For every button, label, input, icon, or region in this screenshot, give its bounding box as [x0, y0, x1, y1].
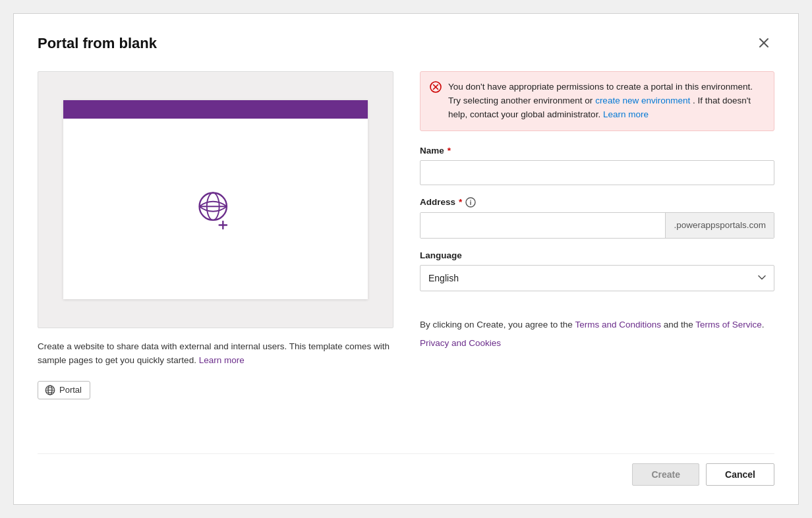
address-required-star: * — [459, 197, 462, 207]
description-text: Create a website to share data with exte… — [38, 340, 393, 368]
address-input[interactable] — [420, 213, 665, 238]
address-field-group: Address * .powerappsportals.com — [420, 197, 774, 239]
terms-service-link[interactable]: Terms of Service — [695, 320, 762, 330]
close-button[interactable] — [753, 35, 774, 53]
name-required-star: * — [448, 146, 451, 156]
terms-conditions-link[interactable]: Terms and Conditions — [575, 320, 661, 330]
name-field-group: Name * — [420, 146, 774, 185]
preview-box — [38, 71, 393, 328]
address-input-row: .powerappsportals.com — [420, 212, 774, 239]
tag-row: Portal — [38, 381, 393, 399]
tag-globe-icon — [45, 385, 55, 395]
address-label: Address * — [420, 197, 774, 208]
preview-globe — [63, 119, 368, 300]
error-text: You don't have appropriate permissions t… — [448, 80, 765, 122]
portal-from-blank-dialog: Portal from blank — [13, 13, 799, 505]
dialog-title: Portal from blank — [38, 35, 157, 52]
terms-text: By clicking on Create, you agree to the … — [420, 318, 774, 332]
dialog-header: Portal from blank — [38, 35, 774, 53]
error-icon — [430, 81, 442, 95]
dialog-footer: Create Cancel — [38, 453, 774, 486]
address-suffix: .powerappsportals.com — [665, 213, 774, 238]
language-label: Language — [420, 250, 774, 260]
cancel-button[interactable]: Cancel — [706, 463, 774, 486]
portal-tag: Portal — [38, 381, 90, 399]
preview-inner — [63, 100, 368, 300]
privacy-cookies-link[interactable]: Privacy and Cookies — [420, 338, 774, 348]
language-select-wrapper: English French German Spanish Japanese — [420, 265, 774, 291]
create-button[interactable]: Create — [632, 463, 699, 486]
dialog-body: Create a website to share data with exte… — [38, 71, 774, 432]
svg-point-15 — [470, 200, 471, 201]
right-panel: You don't have appropriate permissions t… — [420, 71, 774, 432]
globe-plus-icon — [194, 188, 237, 230]
portal-tag-label: Portal — [59, 385, 82, 395]
create-new-environment-link[interactable]: create new environment — [595, 96, 690, 105]
language-field-group: Language English French German Spanish J… — [420, 250, 774, 291]
preview-bar — [63, 100, 368, 119]
name-label: Name * — [420, 146, 774, 156]
error-learn-more-link[interactable]: Learn more — [603, 109, 649, 119]
language-select[interactable]: English French German Spanish Japanese — [420, 265, 774, 291]
description-learn-more-link[interactable]: Learn more — [199, 355, 245, 365]
address-info-icon — [465, 197, 476, 208]
error-banner: You don't have appropriate permissions t… — [420, 71, 774, 131]
name-input[interactable] — [420, 160, 774, 185]
left-panel: Create a website to share data with exte… — [38, 71, 393, 432]
